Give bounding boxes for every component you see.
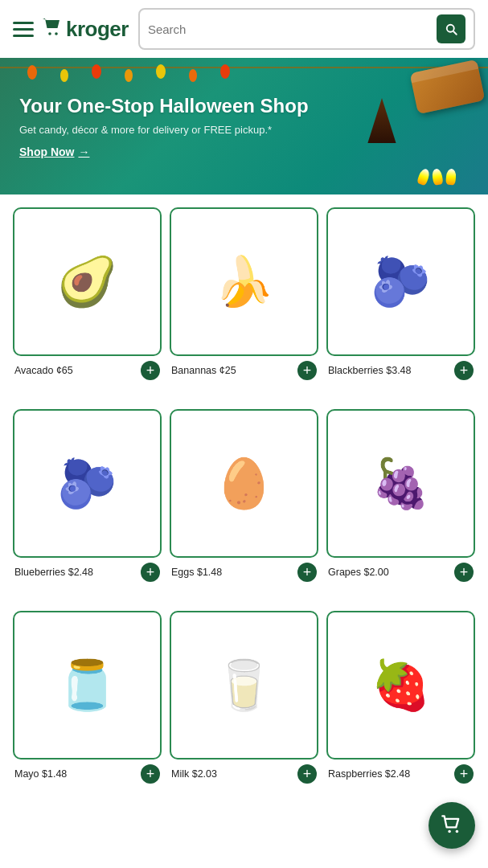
product-info: Mayo $1.48 +	[13, 764, 162, 784]
product-card: 🫙 Mayo $1.48 +	[13, 611, 162, 784]
product-info: Blackberries $3.48 +	[326, 361, 475, 380]
search-icon	[444, 22, 458, 36]
product-card: 🍇 Grapes $2.00 +	[326, 409, 475, 582]
add-to-cart-button[interactable]: +	[297, 361, 317, 380]
svg-point-0	[48, 32, 51, 35]
product-row: 🥑 Avacado ¢65 + 🍌 Banannas ¢25 + 🫐 Black…	[0, 194, 488, 380]
product-card: 🥛 Milk $2.03 +	[170, 611, 318, 784]
svg-point-5	[92, 64, 101, 79]
product-info: Blueberries $2.48 +	[13, 563, 162, 582]
svg-point-6	[125, 69, 133, 82]
search-bar[interactable]	[138, 8, 475, 50]
product-row: 🫐 Blueberries $2.48 + 🥚 Eggs $1.48 + 🍇 G…	[0, 396, 488, 582]
product-image-box: 🍇	[326, 409, 475, 558]
product-info: Milk $2.03 +	[170, 764, 318, 784]
search-button[interactable]	[437, 14, 465, 43]
product-grid: 🥑 Avacado ¢65 + 🍌 Banannas ¢25 + 🫐 Black…	[0, 194, 488, 800]
product-image: 🥚	[214, 460, 274, 508]
product-image: 🥛	[214, 661, 274, 710]
add-to-cart-button[interactable]: +	[454, 361, 474, 380]
shop-now-button[interactable]: Shop Now →	[19, 145, 89, 158]
product-label: Eggs $1.48	[171, 567, 222, 578]
add-to-cart-button[interactable]: +	[297, 563, 317, 582]
product-label: Avacado ¢65	[14, 365, 73, 376]
svg-point-9	[220, 64, 230, 79]
product-card: 🥑 Avacado ¢65 +	[13, 207, 162, 380]
search-input[interactable]	[148, 23, 432, 36]
hamburger-menu-icon[interactable]	[13, 22, 34, 37]
add-to-cart-button[interactable]: +	[297, 764, 317, 784]
add-to-cart-button[interactable]: +	[141, 361, 160, 380]
product-image-box: 🍌	[170, 207, 318, 356]
banner-title: Your One-Stop Halloween Shop	[19, 95, 311, 118]
product-image: 🫐	[57, 460, 117, 508]
product-info: Raspberries $2.48 +	[326, 764, 475, 784]
product-label: Banannas ¢25	[171, 365, 236, 376]
product-image-box: 🫐	[326, 207, 475, 356]
add-to-cart-button[interactable]: +	[454, 563, 474, 582]
product-image-box: 🫙	[13, 611, 162, 760]
product-image: 🥑	[57, 258, 117, 306]
product-card: 🫐 Blueberries $2.48 +	[13, 409, 162, 582]
svg-point-8	[189, 69, 197, 82]
logo-area: kroger	[42, 17, 129, 42]
product-info: Eggs $1.48 +	[170, 563, 318, 582]
svg-point-3	[27, 65, 37, 80]
product-image-box: 🥚	[170, 409, 318, 558]
halloween-banner: Your One-Stop Halloween Shop Get candy, …	[0, 58, 488, 194]
header-left: kroger	[13, 17, 129, 42]
product-info: Grapes $2.00 +	[326, 563, 475, 582]
product-image: 🫐	[371, 258, 431, 306]
product-label: Mayo $1.48	[14, 768, 67, 780]
product-card: 🫐 Blackberries $3.48 +	[326, 207, 475, 380]
svg-point-7	[156, 64, 166, 79]
product-image: 🫙	[57, 661, 117, 710]
product-label: Grapes $2.00	[328, 567, 389, 578]
product-image-box: 🫐	[13, 409, 162, 558]
product-image-box: 🥛	[170, 611, 318, 760]
add-to-cart-button[interactable]: +	[141, 563, 160, 582]
product-label: Blackberries $3.48	[328, 365, 412, 376]
product-label: Raspberries $2.48	[328, 768, 410, 780]
add-to-cart-button[interactable]: +	[141, 764, 160, 784]
cart-logo-icon	[42, 18, 63, 40]
product-image-box: 🍓	[326, 611, 475, 760]
product-image-box: 🥑	[13, 207, 162, 356]
product-card: 🥚 Eggs $1.48 +	[170, 409, 318, 582]
product-label: Blueberries $2.48	[14, 567, 93, 578]
svg-point-1	[55, 32, 58, 35]
svg-point-4	[60, 69, 68, 82]
product-row: 🫙 Mayo $1.48 + 🥛 Milk $2.03 + 🍓 Raspberr…	[0, 598, 488, 784]
product-info: Avacado ¢65 +	[13, 361, 162, 380]
logo-text: kroger	[66, 17, 129, 42]
product-card: 🍓 Raspberries $2.48 +	[326, 611, 475, 784]
product-card: 🍌 Banannas ¢25 +	[170, 207, 318, 380]
header: kroger	[0, 0, 488, 58]
product-image: 🍓	[371, 661, 431, 710]
product-image: 🍌	[214, 258, 274, 306]
product-image: 🍇	[371, 460, 431, 508]
product-label: Milk $2.03	[171, 768, 217, 780]
add-to-cart-button[interactable]: +	[454, 764, 474, 784]
banner-subtitle: Get candy, décor & more for delivery or …	[19, 123, 289, 137]
product-info: Banannas ¢25 +	[170, 361, 318, 380]
